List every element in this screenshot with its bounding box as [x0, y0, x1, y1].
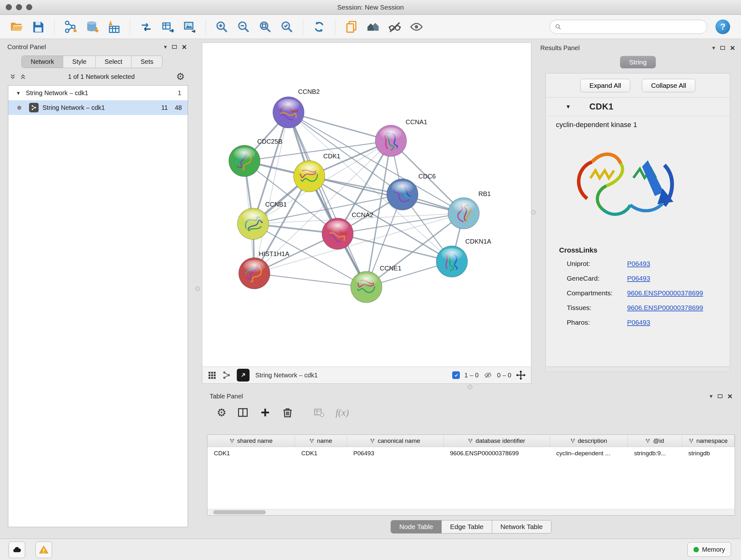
network-node-cdkn1a[interactable]: CDKN1A — [436, 238, 491, 277]
column-header-name[interactable]: name — [295, 435, 347, 447]
tab-sets[interactable]: Sets — [131, 56, 162, 68]
results-horizontal-scrollbar[interactable] — [545, 368, 730, 372]
column-header-id[interactable]: @id — [628, 435, 682, 447]
add-column-icon[interactable] — [259, 407, 271, 418]
table-panel-close-icon[interactable]: × — [728, 392, 732, 400]
crosslink-pharos-link[interactable]: P06493 — [627, 319, 650, 326]
tab-network[interactable]: Network — [22, 56, 63, 68]
table-panel-menu-icon[interactable]: ▾ — [710, 393, 713, 400]
node-label-cdk1: CDK1 — [323, 152, 340, 160]
delete-column-trash-icon[interactable] — [282, 407, 293, 418]
table-panel-maximize-icon[interactable] — [718, 394, 723, 398]
collection-network-count: 1 — [178, 89, 181, 97]
import-network-database-icon[interactable] — [84, 18, 100, 35]
cell-name[interactable]: CDK1 — [295, 447, 347, 460]
network-node-hist1h1a[interactable]: HIST1H1A — [239, 250, 289, 289]
collapse-all-button[interactable]: Collapse All — [642, 79, 695, 92]
crosslink-compartments-link[interactable]: 9606.ENSP00000378699 — [627, 289, 703, 297]
network-node-ccnb1[interactable]: CCNB1 — [238, 201, 287, 240]
help-button[interactable]: ? — [716, 19, 730, 34]
table-options-gear-icon[interactable]: ⚙ — [217, 407, 226, 418]
tab-node-table[interactable]: Node Table — [391, 520, 442, 533]
left-splitter-handle[interactable] — [195, 287, 200, 291]
save-session-icon[interactable] — [30, 18, 47, 35]
network-collection-row[interactable]: ▼ String Network – cdk1 1 — [8, 85, 188, 100]
show-columns-icon[interactable] — [237, 407, 249, 418]
table-horizontal-scrollbar[interactable] — [207, 509, 735, 515]
cloud-icon — [12, 545, 22, 555]
search-field[interactable] — [549, 20, 707, 34]
control-panel-maximize-icon[interactable] — [172, 45, 177, 49]
search-input[interactable] — [564, 23, 702, 30]
cell-description[interactable]: cyclin–dependent ... — [550, 447, 628, 460]
cell-shared-name[interactable]: CDK1 — [207, 447, 295, 460]
crosslink-uniprot-link[interactable]: P06493 — [627, 260, 650, 267]
zoom-in-icon[interactable] — [213, 18, 230, 35]
selected-nodes-checkbox-icon[interactable] — [452, 371, 460, 379]
merge-networks-icon[interactable] — [138, 18, 154, 35]
column-header-namespace[interactable]: namespace — [682, 435, 735, 447]
tab-style[interactable]: Style — [63, 56, 95, 68]
collapse-all-networks-icon[interactable] — [9, 73, 16, 80]
column-header-description[interactable]: description — [550, 435, 628, 447]
warnings-button[interactable] — [36, 542, 52, 558]
control-panel-title: Control Panel — [7, 44, 46, 51]
expand-all-networks-icon[interactable] — [19, 73, 26, 80]
clipboard-copy-icon[interactable] — [343, 18, 360, 35]
open-session-icon[interactable] — [8, 18, 25, 35]
network-node-rb1[interactable]: RB1 — [448, 190, 491, 229]
pan-crosshair-icon[interactable] — [516, 370, 526, 380]
birds-eye-grid-icon[interactable] — [207, 371, 216, 380]
cell-database-identifier[interactable]: 9606.ENSP00000378699 — [444, 447, 550, 460]
table-row[interactable]: CDK1 CDK1 P06493 9606.ENSP00000378699 cy… — [207, 447, 735, 460]
show-eye-icon[interactable] — [408, 18, 425, 35]
zoom-out-icon[interactable] — [235, 18, 252, 35]
right-splitter-handle[interactable] — [531, 210, 536, 214]
network-node-cdk1[interactable]: CDK1 — [293, 152, 340, 192]
export-network-icon[interactable] — [159, 18, 176, 35]
network-canvas[interactable]: CCNB2CCNA1CDC25BCDK1CDC6RB1CCNB1CCNA2CDK… — [202, 43, 531, 367]
home-first-neighbors-icon[interactable] — [365, 18, 381, 35]
tab-edge-table[interactable]: Edge Table — [442, 520, 492, 533]
gene-section-header[interactable]: ▼ CDK1 — [546, 98, 730, 116]
control-panel-close-icon[interactable]: × — [182, 43, 187, 51]
crosslink-genecard-link[interactable]: P06493 — [627, 274, 650, 282]
cell-id[interactable]: stringdb:9... — [628, 447, 682, 460]
memory-button[interactable]: Memory — [687, 542, 731, 557]
column-header-shared-name[interactable]: shared name — [207, 435, 295, 447]
cloud-status-button[interactable] — [9, 542, 25, 558]
bottom-splitter-handle[interactable] — [468, 385, 472, 389]
crosslink-label: Pharos: — [567, 319, 590, 326]
tab-select[interactable]: Select — [96, 56, 132, 68]
network-node-ccnb2[interactable]: CCNB2 — [273, 88, 320, 128]
expand-all-button[interactable]: Expand All — [580, 79, 630, 92]
cell-namespace[interactable]: stringdb — [682, 447, 735, 460]
export-image-icon[interactable] — [181, 18, 198, 35]
zoom-fit-icon[interactable] — [257, 18, 273, 35]
hide-glasses-icon[interactable] — [387, 18, 403, 35]
gene-expander-icon[interactable]: ▼ — [565, 104, 571, 110]
column-header-database-identifier[interactable]: database identifier — [444, 435, 550, 447]
results-panel-close-icon[interactable]: × — [730, 44, 735, 52]
hidden-eye-slash-icon[interactable] — [483, 371, 493, 379]
results-panel-menu-icon[interactable]: ▾ — [712, 44, 715, 51]
open-in-browser-button[interactable] — [237, 369, 250, 381]
results-panel-maximize-icon[interactable] — [720, 46, 725, 50]
network-node-ccna1[interactable]: CCNA1 — [375, 118, 427, 157]
cell-canonical-name[interactable]: P06493 — [347, 447, 444, 460]
import-table-icon[interactable] — [106, 18, 122, 35]
control-panel-menu-icon[interactable]: ▾ — [164, 44, 167, 51]
scrollbar-thumb[interactable] — [213, 510, 266, 514]
network-row[interactable]: String Network – cdk1 11 48 — [8, 100, 188, 115]
zoom-selected-icon[interactable] — [279, 18, 295, 35]
results-tab-string[interactable]: String — [620, 56, 656, 68]
column-header-canonical-name[interactable]: canonical name — [347, 435, 444, 447]
import-network-file-icon[interactable] — [62, 18, 79, 35]
crosslink-tissues-link[interactable]: 9606.ENSP00000378699 — [627, 304, 703, 312]
refresh-layout-icon[interactable] — [311, 18, 327, 35]
tab-network-table[interactable]: Network Table — [492, 520, 551, 533]
share-network-icon[interactable] — [222, 371, 231, 380]
network-options-gear-icon[interactable]: ⚙ — [176, 72, 185, 81]
collection-expander-icon[interactable]: ▼ — [16, 90, 21, 96]
footer-network-name: String Network – cdk1 — [255, 372, 318, 379]
